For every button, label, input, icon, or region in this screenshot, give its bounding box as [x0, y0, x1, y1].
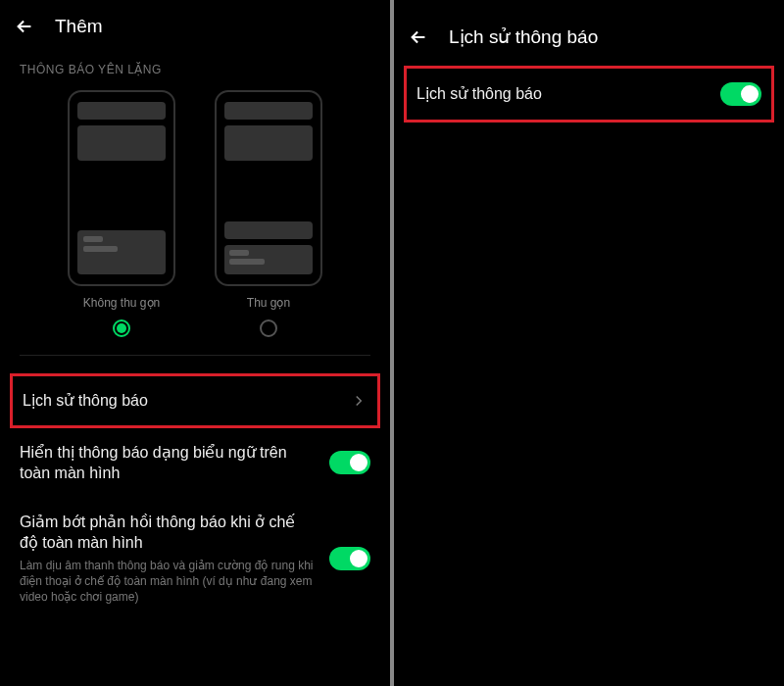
back-arrow-icon[interactable] — [14, 16, 35, 37]
row-reduce-feedback[interactable]: Giảm bớt phản hồi thông báo khi ở chế độ… — [0, 498, 390, 619]
back-arrow-icon[interactable] — [408, 26, 429, 48]
row-title: Giảm bớt phản hồi thông báo khi ở chế độ… — [20, 512, 318, 554]
chevron-right-icon — [350, 392, 368, 410]
row-notification-history[interactable]: Lịch sử thông báo — [10, 373, 380, 428]
radio-expanded[interactable] — [113, 319, 130, 337]
preview-row: Không thu gọn Thu gọn — [0, 90, 390, 337]
preview-option-collapsed[interactable]: Thu gọn — [215, 90, 322, 337]
phone-mock-expanded — [68, 90, 175, 286]
toggle-reduce[interactable] — [329, 547, 370, 570]
header: Lịch sử thông báo — [394, 0, 784, 56]
row-title: Lịch sử thông báo — [23, 390, 338, 412]
right-screen: Lịch sử thông báo Lịch sử thông báo — [392, 0, 784, 686]
row-title: Lịch sử thông báo — [416, 83, 709, 105]
preview-label-expanded: Không thu gọn — [83, 296, 160, 310]
row-subtitle: Làm dịu âm thanh thông báo và giảm cường… — [20, 558, 318, 606]
divider — [20, 355, 370, 356]
row-title: Hiển thị thông báo dạng biểu ngữ trên to… — [20, 442, 318, 484]
phone-mock-collapsed — [215, 90, 322, 286]
page-title: Lịch sử thông báo — [449, 25, 598, 48]
radio-collapsed[interactable] — [260, 319, 277, 337]
toggle-history[interactable] — [720, 82, 761, 106]
page-title: Thêm — [55, 16, 103, 37]
row-notification-history-toggle[interactable]: Lịch sử thông báo — [404, 66, 774, 122]
toggle-banner[interactable] — [329, 451, 370, 474]
row-banner-fullscreen[interactable]: Hiển thị thông báo dạng biểu ngữ trên to… — [0, 428, 390, 498]
header: Thêm — [0, 0, 390, 45]
section-label: THÔNG BÁO YÊN LẶNG — [0, 45, 390, 90]
left-screen: Thêm THÔNG BÁO YÊN LẶNG Không thu gọn — [0, 0, 392, 686]
preview-option-expanded[interactable]: Không thu gọn — [68, 90, 175, 337]
preview-label-collapsed: Thu gọn — [247, 296, 290, 310]
